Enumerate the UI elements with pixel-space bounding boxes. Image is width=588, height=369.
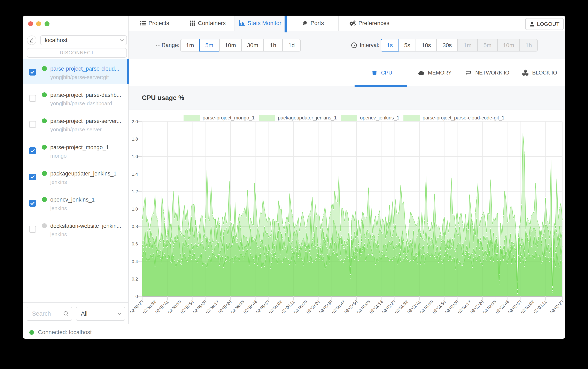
svg-text:1.4: 1.4 xyxy=(132,172,138,177)
svg-text:02:59:26: 02:59:26 xyxy=(217,299,232,315)
svg-text:03:03:23: 03:03:23 xyxy=(549,299,564,315)
svg-text:03:00:38: 03:00:38 xyxy=(318,299,333,315)
svg-text:03:02:17: 03:02:17 xyxy=(457,299,472,315)
svg-text:1.2: 1.2 xyxy=(132,189,138,194)
svg-text:03:02:26: 03:02:26 xyxy=(469,299,485,315)
svg-text:02:58:23: 02:58:23 xyxy=(129,299,144,315)
svg-text:03:01:59: 03:01:59 xyxy=(432,299,447,315)
svg-text:03:01:50: 03:01:50 xyxy=(419,299,434,315)
svg-text:0.2: 0.2 xyxy=(132,277,138,282)
svg-text:03:00:02: 03:00:02 xyxy=(268,299,283,315)
svg-text:03:02:44: 03:02:44 xyxy=(495,299,510,314)
svg-text:02:58:41: 02:58:41 xyxy=(155,299,170,315)
svg-text:0.6: 0.6 xyxy=(132,241,138,246)
svg-text:03:01:41: 03:01:41 xyxy=(406,299,422,315)
svg-text:2.0: 2.0 xyxy=(132,119,138,124)
svg-text:03:03:11: 03:03:11 xyxy=(533,299,547,314)
svg-text:02:59:08: 02:59:08 xyxy=(192,299,207,315)
svg-text:1.6: 1.6 xyxy=(132,154,138,159)
svg-text:03:02:08: 03:02:08 xyxy=(444,299,459,315)
svg-text:02:59:44: 02:59:44 xyxy=(242,299,258,314)
svg-text:03:00:20: 03:00:20 xyxy=(293,299,308,315)
svg-text:0: 0 xyxy=(135,294,138,299)
svg-text:03:00:56: 03:00:56 xyxy=(343,299,359,315)
svg-text:03:01:32: 03:01:32 xyxy=(394,299,409,315)
svg-text:02:59:53: 02:59:53 xyxy=(255,299,270,315)
svg-text:1.8: 1.8 xyxy=(132,136,138,142)
svg-text:03:03:02: 03:03:02 xyxy=(520,299,535,315)
svg-text:03:00:47: 03:00:47 xyxy=(331,299,346,315)
svg-text:0.4: 0.4 xyxy=(132,259,138,264)
svg-text:03:00:11: 03:00:11 xyxy=(280,299,295,314)
svg-text:03:00:29: 03:00:29 xyxy=(306,299,321,315)
svg-text:03:02:35: 03:02:35 xyxy=(482,299,497,315)
svg-text:02:59:17: 02:59:17 xyxy=(205,299,220,315)
svg-text:03:01:05: 03:01:05 xyxy=(356,299,371,315)
svg-text:03:01:23: 03:01:23 xyxy=(381,299,396,315)
svg-text:02:59:35: 02:59:35 xyxy=(230,299,245,315)
svg-text:02:58:59: 02:58:59 xyxy=(179,299,195,315)
svg-text:0.8: 0.8 xyxy=(132,224,138,229)
svg-text:02:58:50: 02:58:50 xyxy=(167,299,182,315)
svg-text:02:58:32: 02:58:32 xyxy=(142,299,157,315)
svg-text:03:01:14: 03:01:14 xyxy=(369,299,384,314)
svg-text:03:02:53: 03:02:53 xyxy=(507,299,522,315)
svg-text:1.0: 1.0 xyxy=(132,206,138,212)
